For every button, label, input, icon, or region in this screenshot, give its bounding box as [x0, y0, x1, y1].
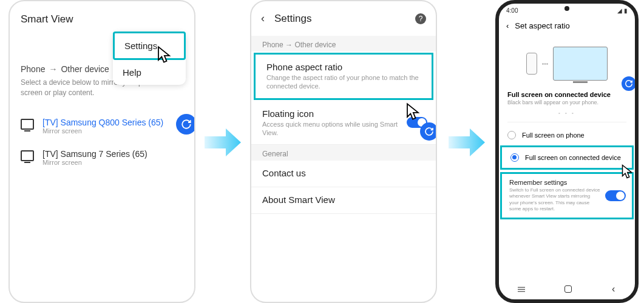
section-label: Phone → Other device [251, 36, 436, 52]
radio-icon [507, 131, 516, 139]
setting-title: Phone aspect ratio [266, 62, 421, 72]
illustration-phone-icon [526, 53, 537, 75]
device-sub: Mirror screen [42, 159, 147, 166]
smart-view-title: Smart View [21, 13, 73, 25]
settings-title: Settings [274, 13, 405, 25]
phone-smart-view: Smart View Settings Help Phone → Other d… [8, 0, 195, 303]
setting-floating-icon[interactable]: Floating icon Access quick menu options … [251, 101, 436, 145]
device-name: [TV] Samsung Q800 Series (65) [42, 118, 163, 127]
nav-back-icon[interactable]: ‹ [612, 284, 615, 295]
menu-item-settings[interactable]: Settings [113, 32, 186, 60]
back-button[interactable]: ‹ [506, 21, 509, 30]
setting-contact-us[interactable]: Contact us [251, 161, 436, 187]
dots-icon: ••• [542, 61, 549, 67]
section-label-general: General [251, 145, 436, 161]
step-arrow-icon [202, 121, 244, 164]
overflow-menu: Settings Help [113, 32, 186, 85]
status-icons: ◢ ▮ [617, 7, 628, 14]
phone-aspect-ratio: 4:00 ◢ ▮ ‹ Set aspect ratio ••• Full scr… [495, 0, 639, 303]
setting-about[interactable]: About Smart View [251, 187, 436, 214]
aspect-header: ‹ Set aspect ratio [499, 18, 635, 36]
device-item[interactable]: [TV] Samsung 7 Series (65) Mirror screen [21, 142, 183, 173]
remember-title: Remember settings [509, 179, 625, 186]
toggle-switch[interactable] [605, 190, 626, 201]
menu-item-help[interactable]: Help [113, 60, 186, 85]
device-name: [TV] Samsung 7 Series (65) [42, 149, 147, 159]
section-desc: Black bars will appear on your phone. [499, 98, 635, 109]
arrow-icon: → [285, 41, 294, 49]
device-sub: Mirror screen [42, 127, 163, 135]
setting-desc: Change the aspect ratio of your phone to… [266, 73, 421, 91]
tv-icon [21, 150, 34, 161]
status-time: 4:00 [506, 7, 518, 14]
arrow-icon: → [49, 64, 57, 74]
step-arrow-icon [446, 121, 488, 164]
illustration: ••• [499, 36, 635, 91]
nav-recent-icon[interactable]: ||| [517, 286, 526, 292]
info-icon[interactable]: ? [415, 13, 426, 24]
illustration-tv-icon [553, 47, 608, 81]
setting-title: Floating icon [262, 108, 425, 119]
refresh-button[interactable] [420, 122, 437, 141]
setting-remember[interactable]: Remember settings Switch to Full screen … [500, 172, 634, 219]
nav-bar: ||| ‹ [499, 284, 635, 295]
refresh-button[interactable] [622, 76, 636, 91]
settings-header: ‹ Settings ? [251, 1, 436, 36]
section-title: Full screen on connected device [499, 91, 635, 98]
refresh-button[interactable] [176, 114, 195, 135]
pager-dots-icon: • • • [499, 109, 635, 119]
nav-home-icon[interactable] [564, 285, 572, 293]
tv-icon [21, 119, 34, 130]
setting-desc: Access quick menu options while using Sm… [262, 120, 425, 138]
radio-full-screen-connected[interactable]: Full screen on connected device [500, 145, 634, 170]
divider [507, 122, 626, 122]
smart-view-header: Smart View [10, 1, 194, 32]
radio-label: Full screen on connected device [525, 154, 621, 161]
setting-title: Contact us [262, 168, 425, 178]
radio-icon [510, 153, 519, 162]
phone-settings: ‹ Settings ? Phone → Other device Phone … [250, 0, 437, 303]
setting-title: About Smart View [262, 195, 425, 205]
setting-phone-aspect-ratio[interactable]: Phone aspect ratio Change the aspect rat… [254, 53, 433, 100]
back-button[interactable]: ‹ [261, 12, 265, 25]
camera-notch [564, 6, 569, 11]
radio-full-screen-phone[interactable]: Full screen on phone [499, 125, 635, 145]
device-item[interactable]: [TV] Samsung Q800 Series (65) Mirror scr… [21, 110, 183, 142]
aspect-title: Set aspect ratio [515, 21, 569, 30]
radio-label: Full screen on phone [522, 132, 585, 139]
